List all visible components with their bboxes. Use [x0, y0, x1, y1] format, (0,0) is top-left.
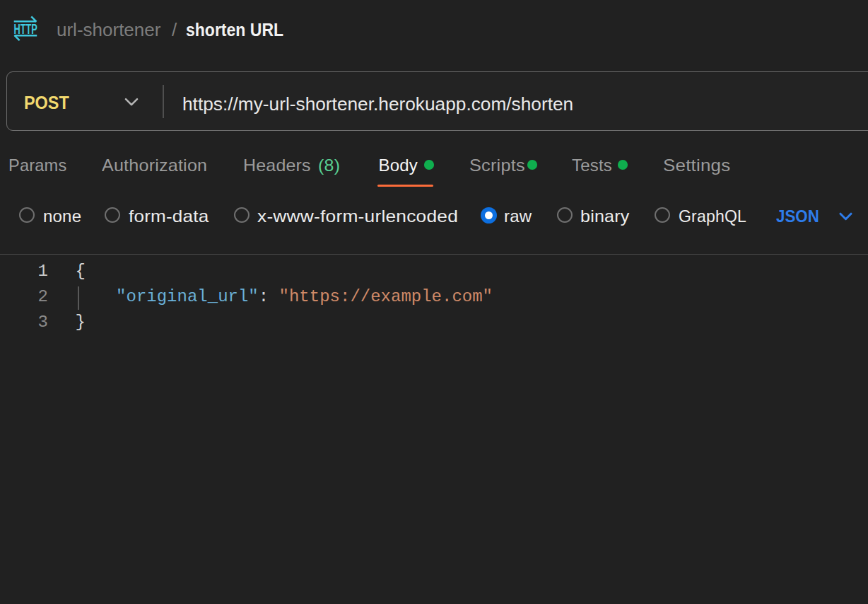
- svg-text:HTTP: HTTP: [13, 21, 37, 37]
